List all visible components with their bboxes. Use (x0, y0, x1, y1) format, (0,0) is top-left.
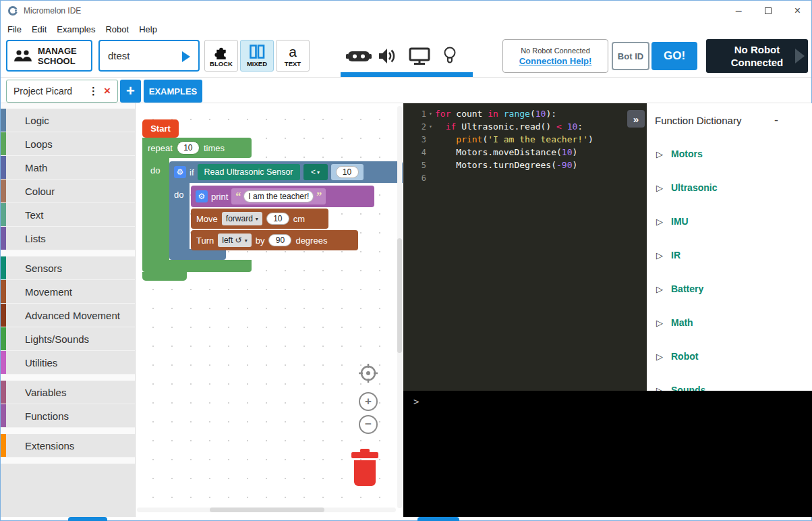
code-line[interactable]: 4 Motors.moveDistance(10) (403, 146, 647, 159)
if-block-body[interactable]: do (169, 183, 190, 249)
move-block[interactable]: Move forward ▾ 10 cm (191, 209, 328, 229)
app-logo-icon (7, 5, 18, 16)
dict-item-battery[interactable]: ▷Battery (647, 272, 812, 306)
code-line[interactable]: 1▾for count in range(10): (403, 107, 647, 120)
project-dropdown[interactable]: dtest (98, 40, 200, 72)
dict-item-ultrasonic[interactable]: ▷Ultrasonic (647, 171, 812, 204)
repeat-block-nub[interactable] (142, 272, 187, 281)
tab-menu-icon[interactable]: ⋮ (88, 85, 98, 97)
category-functions[interactable]: Functions (1, 404, 135, 428)
code-line[interactable]: 2▾ if Ultrasonic.read() < 10: (403, 120, 647, 133)
print-block[interactable]: ⚙ print “ I am the teacher! ” (191, 186, 374, 207)
editor-expand-button[interactable]: » (627, 110, 645, 128)
category-extensions[interactable]: Extensions (1, 434, 135, 458)
repeat-block-body[interactable]: do (142, 158, 169, 260)
compare-value-shadow-block: 10 (331, 164, 364, 180)
category-utilities[interactable]: Utilities (1, 351, 135, 375)
project-tab[interactable]: Project Picard ⋮ × (6, 80, 118, 103)
minimize-button[interactable]: – (736, 1, 742, 21)
workspace-scrollbar-thumb[interactable] (210, 508, 324, 512)
menu-edit[interactable]: Edit (32, 24, 47, 34)
move-direction-dropdown[interactable]: forward ▾ (222, 212, 262, 225)
compare-value-field[interactable]: 10 (336, 166, 359, 178)
turn-direction-dropdown[interactable]: left ↺ ▾ (218, 234, 251, 247)
zoom-reset-button[interactable] (359, 364, 378, 383)
trash-button[interactable] (350, 449, 380, 489)
category-label: Extensions (25, 440, 74, 451)
block-mode-button[interactable]: BLOCK (204, 40, 238, 72)
repeat-count-field[interactable]: 10 (177, 141, 200, 155)
string-block[interactable]: “ I am the teacher! ” (231, 188, 326, 204)
repeat-block-bottom[interactable] (142, 260, 252, 272)
category-lists[interactable]: Lists (1, 227, 135, 250)
add-project-button[interactable]: + (120, 80, 141, 103)
dict-item-sounds[interactable]: ▷Sounds (647, 373, 812, 391)
category-colour[interactable]: Colour (1, 180, 135, 203)
dict-item-math[interactable]: ▷Math (647, 306, 812, 339)
tab-close-icon[interactable]: × (104, 84, 111, 98)
text-mode-button[interactable]: a TEXT (276, 40, 310, 72)
code-line[interactable]: 6 (403, 171, 647, 184)
move-distance-field[interactable]: 10 (266, 213, 289, 225)
go-button[interactable]: GO! (651, 42, 697, 70)
robot-icon (346, 46, 372, 66)
category-text[interactable]: Text (1, 203, 135, 227)
if-block-bottom[interactable] (169, 249, 226, 260)
robot-console[interactable]: > (403, 391, 812, 517)
lights-panel-button[interactable] (442, 43, 457, 70)
connection-status-text: No Robot Connected (521, 47, 590, 55)
robot-connect-button[interactable]: No Robot Connected (706, 39, 808, 73)
category-color-bar (1, 132, 6, 155)
category-logic[interactable]: Logic (1, 109, 135, 132)
mixed-mode-button[interactable]: MIXED (240, 40, 274, 72)
fold-arrow-icon[interactable]: ▾ (426, 111, 435, 117)
dict-item-imu[interactable]: ▷IMU (647, 204, 812, 238)
mutator-gear-icon[interactable]: ⚙ (174, 166, 186, 178)
maximize-button[interactable] (765, 1, 772, 21)
ultrasonic-sensor-block[interactable]: Read Ultrasonic Sensor (198, 164, 300, 180)
sound-panel-button[interactable] (377, 43, 397, 70)
category-sensors[interactable]: Sensors (1, 256, 135, 280)
turn-block[interactable]: Turn left ↺ ▾ by 90 degrees (191, 230, 358, 250)
menu-robot[interactable]: Robot (105, 24, 129, 34)
dictionary-collapse-button[interactable]: - (770, 113, 783, 128)
code-line[interactable]: 3 print('I am the teacher!') (403, 133, 647, 146)
code-line[interactable]: 5 Motors.turnDegrees(-90) (403, 159, 647, 171)
menu-file[interactable]: File (7, 24, 22, 34)
bot-id-button[interactable]: Bot ID (612, 42, 649, 70)
category-lights-sounds[interactable]: Lights/Sounds (1, 327, 135, 351)
category-loops[interactable]: Loops (1, 132, 135, 156)
close-button[interactable]: × (794, 1, 801, 21)
turn-degrees-field[interactable]: 90 (268, 234, 291, 246)
manage-school-button[interactable]: MANAGESCHOOL (6, 40, 92, 72)
start-block[interactable]: Start (142, 119, 179, 138)
dict-item-motors[interactable]: ▷Motors (647, 137, 812, 171)
connection-help-link[interactable]: Connection Help! (519, 56, 592, 66)
examples-button[interactable]: EXAMPLES (144, 80, 202, 103)
dict-item-robot[interactable]: ▷Robot (647, 339, 812, 373)
fold-arrow-icon[interactable]: ▾ (426, 124, 435, 130)
dict-item-ir[interactable]: ▷IR (647, 238, 812, 272)
expand-triangle-icon: ▷ (656, 217, 663, 227)
category-movement[interactable]: Movement (1, 280, 135, 304)
zoom-out-button[interactable]: − (359, 415, 378, 434)
code-editor[interactable]: 1▾for count in range(10):2▾ if Ultrasoni… (403, 103, 647, 391)
menu-examples[interactable]: Examples (57, 24, 95, 34)
category-advanced-movement[interactable]: Advanced Movement (1, 304, 135, 327)
if-block[interactable]: ⚙ if Read Ultrasonic Sensor < ▾ 10 (169, 161, 403, 183)
repeat-block[interactable]: repeat 10 times (142, 138, 252, 158)
workspace-scrollbar-thumb[interactable] (397, 238, 402, 353)
comparator-dropdown[interactable]: < ▾ (303, 164, 328, 180)
mutator-gear-icon[interactable]: ⚙ (196, 190, 208, 202)
print-text-field[interactable]: I am the teacher! (243, 190, 314, 202)
zoom-in-button[interactable]: + (359, 392, 378, 411)
dict-item-label: IR (671, 250, 680, 260)
category-label: Colour (25, 186, 55, 197)
screen-panel-button[interactable] (408, 43, 431, 70)
category-label: Utilities (25, 357, 57, 368)
menu-help[interactable]: Help (139, 24, 157, 34)
robot-panel-button[interactable] (346, 43, 372, 70)
category-variables[interactable]: Variables (1, 381, 135, 404)
category-math[interactable]: Math (1, 156, 135, 180)
blockly-workspace[interactable]: Start repeat 10 times do ⚙ if Read Ultra… (136, 103, 403, 514)
